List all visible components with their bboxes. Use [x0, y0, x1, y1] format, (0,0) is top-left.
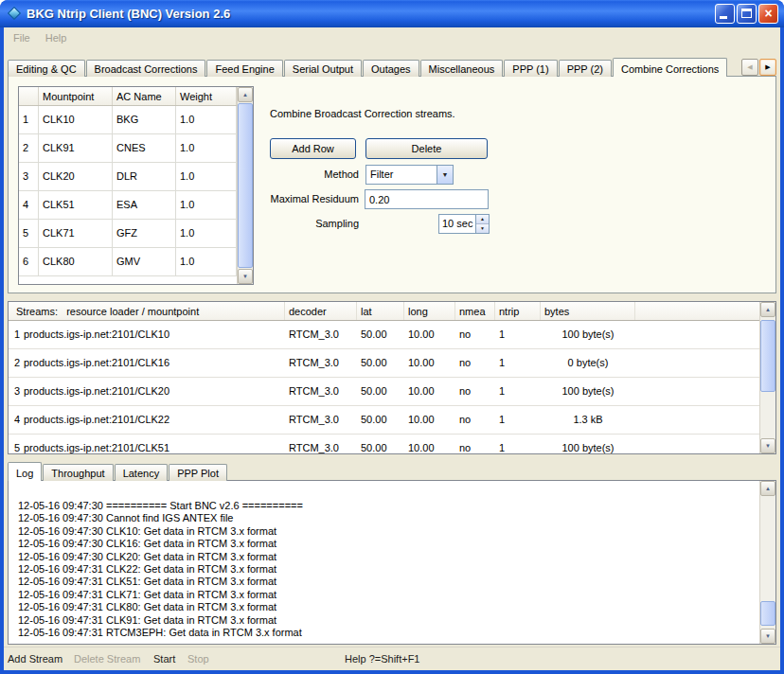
cell-ac[interactable]: GMV [113, 248, 176, 275]
scroll-up-icon: ▲ [765, 307, 771, 312]
scrollbar-track[interactable] [760, 497, 775, 628]
spin-up-icon: ▲ [480, 216, 485, 222]
dropdown-arrow-icon[interactable]: ▼ [437, 166, 453, 184]
tab-miscellaneous[interactable]: Miscellaneous [420, 60, 504, 77]
scroll-up-button[interactable]: ▲ [238, 87, 253, 102]
scrollbar-thumb[interactable] [760, 320, 775, 392]
scroll-up-button[interactable]: ▲ [760, 302, 775, 317]
tab-scroll-right-button[interactable]: ▶ [759, 59, 776, 76]
column-header-ac-name[interactable]: AC Name [113, 87, 176, 105]
cell-wt[interactable]: 1.0 [176, 163, 237, 190]
cell-num[interactable]: 4 [19, 191, 39, 219]
spin-down-button[interactable]: ▼ [476, 224, 489, 233]
tab-ppp-plot[interactable]: PPP Plot [169, 464, 227, 481]
tab-ppp-2[interactable]: PPP (2) [559, 60, 612, 77]
scrollbar-track[interactable] [238, 103, 253, 268]
column-header-bytes[interactable]: bytes [541, 302, 635, 320]
tab-outages[interactable]: Outages [363, 60, 419, 77]
stream-row[interactable]: 1products.igs-ip.net:2101/CLK10RTCM_3.05… [9, 321, 759, 349]
column-header-ntrip[interactable]: ntrip [495, 302, 541, 320]
scroll-down-button[interactable]: ▼ [760, 629, 775, 644]
column-header-decoder[interactable]: decoder [285, 302, 357, 320]
cell-num[interactable]: 2 [19, 134, 39, 162]
scrollbar-thumb[interactable] [760, 601, 775, 626]
column-header-resource[interactable]: Streams: resource loader / mountpoint [9, 302, 285, 320]
combine-table-row[interactable]: 4CLK51ESA1.0 [19, 191, 237, 220]
log-scrollbar[interactable]: ▲ ▼ [759, 481, 775, 644]
close-button[interactable]: × [758, 4, 778, 24]
log-line: 12-05-16 09:47:30 ========== Start BNC v… [18, 500, 759, 512]
menu-file[interactable]: File [6, 29, 38, 46]
combine-table-scrollbar[interactable]: ▲ ▼ [237, 87, 253, 284]
menu-help[interactable]: Help [38, 29, 75, 46]
cell-num[interactable]: 5 [19, 220, 39, 247]
cell-num[interactable]: 1 [19, 106, 39, 133]
cell-wt[interactable]: 1.0 [176, 220, 237, 247]
stream-cell-dec: RTCM_3.0 [285, 349, 357, 377]
combine-table-row[interactable]: 1CLK10BKG1.0 [19, 106, 237, 134]
cell-mp[interactable]: CLK10 [39, 106, 113, 133]
tab-throughput[interactable]: Throughput [43, 464, 113, 481]
cell-wt[interactable]: 1.0 [176, 106, 237, 133]
stream-cell-dec: RTCM_3.0 [285, 321, 357, 348]
column-header-lat[interactable]: lat [357, 302, 404, 320]
cell-num[interactable]: 3 [19, 163, 39, 190]
stream-row[interactable]: 4products.igs-ip.net:2101/CLK22RTCM_3.05… [9, 406, 759, 435]
cell-num[interactable]: 6 [19, 248, 39, 275]
streams-scrollbar[interactable]: ▲ ▼ [759, 302, 775, 453]
titlebar[interactable]: BKG Ntrip Client (BNC) Version 2.6 × [0, 0, 784, 27]
cell-mp[interactable]: CLK20 [39, 163, 113, 190]
cell-ac[interactable]: GFZ [113, 220, 176, 247]
tab-feed-engine[interactable]: Feed Engine [206, 60, 282, 77]
scrollbar-track[interactable] [760, 318, 775, 437]
tab-ppp-1[interactable]: PPP (1) [504, 60, 557, 77]
sampling-spinbox[interactable]: 10 sec ▲ ▼ [438, 214, 490, 234]
cell-ac[interactable]: ESA [113, 191, 176, 219]
cell-wt[interactable]: 1.0 [176, 134, 237, 162]
add-row-button[interactable]: Add Row [270, 138, 356, 159]
maximize-button[interactable] [737, 4, 757, 24]
cell-mp[interactable]: CLK80 [39, 248, 113, 275]
cell-ac[interactable]: CNES [113, 134, 176, 162]
column-header-nmea[interactable]: nmea [455, 302, 495, 320]
spin-up-button[interactable]: ▲ [476, 215, 489, 224]
delete-button[interactable]: Delete [365, 138, 488, 159]
cell-ac[interactable]: BKG [113, 106, 176, 133]
stream-cell-num: 4 [9, 406, 20, 434]
cell-ac[interactable]: DLR [113, 163, 176, 190]
method-dropdown[interactable]: Filter ▼ [365, 165, 454, 185]
column-header-mountpoint[interactable]: Mountpoint [39, 87, 113, 105]
column-header-long[interactable]: long [404, 302, 455, 320]
scroll-up-button[interactable]: ▲ [760, 481, 775, 496]
tab-combine-corrections[interactable]: Combine Corrections [613, 58, 727, 77]
cell-wt[interactable]: 1.0 [176, 248, 237, 275]
scroll-down-button[interactable]: ▼ [238, 269, 253, 284]
tab-scroll-left-button[interactable]: ◀ [741, 59, 758, 76]
combine-table-row[interactable]: 3CLK20DLR1.0 [19, 163, 237, 191]
cell-mp[interactable]: CLK91 [39, 134, 113, 162]
stream-row[interactable]: 5products.igs-ip.net:2101/CLK51RTCM_3.05… [9, 435, 759, 453]
tab-log[interactable]: Log [8, 462, 42, 481]
cell-mp[interactable]: CLK71 [39, 220, 113, 247]
tab-serial-output[interactable]: Serial Output [284, 60, 362, 77]
tab-latency[interactable]: Latency [115, 464, 169, 481]
scroll-down-button[interactable]: ▼ [760, 438, 775, 453]
stream-cell-res: products.igs-ip.net:2101/CLK51 [20, 435, 285, 453]
tab-editing-qc[interactable]: Editing & QC [8, 60, 85, 77]
status-start[interactable]: Start [153, 653, 175, 665]
scroll-right-icon: ▶ [765, 63, 770, 70]
status-add-stream[interactable]: Add Stream [8, 653, 62, 665]
cell-mp[interactable]: CLK51 [39, 191, 113, 219]
stream-row[interactable]: 2products.igs-ip.net:2101/CLK16RTCM_3.05… [9, 349, 759, 378]
combine-table-row[interactable]: 2CLK91CNES1.0 [19, 134, 237, 163]
scrollbar-thumb[interactable] [238, 103, 253, 268]
minimize-icon [720, 16, 727, 19]
stream-row[interactable]: 3products.igs-ip.net:2101/CLK20RTCM_3.05… [9, 378, 759, 406]
combine-table-row[interactable]: 6CLK80GMV1.0 [19, 248, 237, 276]
cell-wt[interactable]: 1.0 [176, 191, 237, 219]
minimize-button[interactable] [715, 4, 735, 24]
tab-broadcast-corrections[interactable]: Broadcast Corrections [86, 60, 206, 77]
maximal-residuum-input[interactable] [365, 189, 489, 209]
combine-table-row[interactable]: 5CLK71GFZ1.0 [19, 220, 237, 248]
column-header-weight[interactable]: Weight [176, 87, 237, 105]
